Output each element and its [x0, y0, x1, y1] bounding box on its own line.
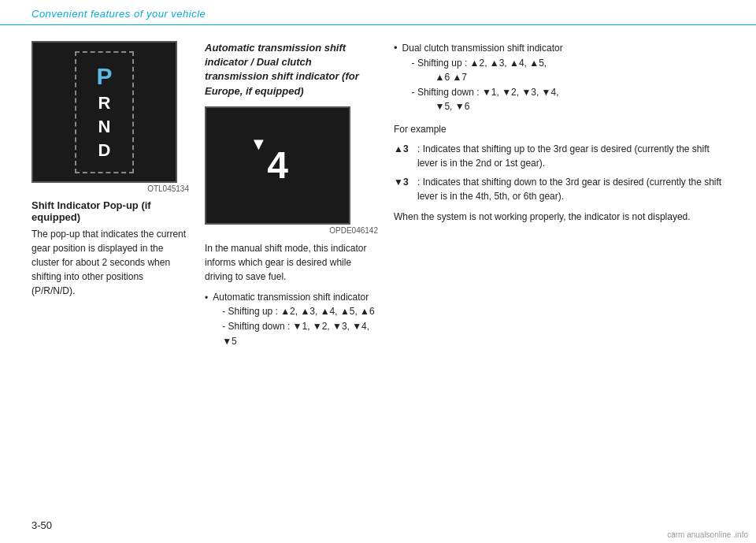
- for-example-label: For example: [394, 122, 724, 137]
- example-text-1: : Indicates that shifting up to the 3rd …: [417, 142, 724, 170]
- left-column: P R N D OTL045134 Shift Indicator Pop-up…: [32, 41, 189, 351]
- right-shifting-down: - Shifting down : ▼1, ▼2, ▼3, ▼4,: [412, 85, 563, 100]
- gear-indicator-inner: ▼ 4: [246, 130, 309, 201]
- dual-clutch-label: Dual clutch transmission shift indicator: [402, 41, 563, 56]
- gear-n: N: [98, 117, 111, 136]
- page-footer: 3-50: [32, 519, 52, 531]
- watermark: carm anualsonline .info: [667, 530, 748, 539]
- header-title: Convenient features of your vehicle: [32, 8, 206, 20]
- when-system-text: When the system is not working properly,…: [394, 210, 724, 225]
- gear-r: R: [98, 94, 111, 113]
- right-shifting-up-cont: ▲6 ▲7: [435, 70, 563, 85]
- example-row-2: ▼3 : Indicates that shifting down to the…: [394, 175, 724, 203]
- diagram-caption-mid: OPDE046142: [205, 226, 378, 235]
- right-column: • Dual clutch transmission shift indicat…: [394, 41, 724, 351]
- example-text-2: : Indicates that shifting down to the 3r…: [417, 175, 724, 203]
- page-number: 3-50: [32, 519, 52, 531]
- right-shifting-up: - Shifting up : ▲2, ▲3, ▲4, ▲5,: [412, 56, 563, 71]
- gear-number-display: 4: [267, 143, 288, 187]
- bullet-dot-right: •: [394, 42, 398, 54]
- for-example-section: For example ▲3 : Indicates that shifting…: [394, 122, 724, 203]
- shifting-down-1: - Shifting down : ▼1, ▼2, ▼3, ▼4, ▼5: [222, 319, 378, 349]
- down-arrow-icon: ▼: [250, 134, 268, 154]
- gear-diagram-image: P R N D: [32, 41, 177, 183]
- intro-text: In the manual shift mode, this indicator…: [205, 241, 378, 284]
- bullet1-label: Automatic transmission shift indicator: [213, 290, 378, 304]
- right-shifting-down-cont: ▼5, ▼6: [435, 99, 563, 114]
- bullet-auto-content: Automatic transmission shift indicator -…: [213, 290, 378, 350]
- example-row-1: ▲3 : Indicates that shifting up to the 3…: [394, 142, 724, 170]
- gear-diagram-inner: P R N D: [75, 51, 134, 173]
- shift-indicator-title: Shift Indicator Pop-up (if equipped): [32, 199, 189, 223]
- bullet-auto-transmission: • Automatic transmission shift indicator…: [205, 290, 378, 350]
- shift-indicator-text: The pop-up that indicates the current ge…: [32, 227, 189, 298]
- page-header: Convenient features of your vehicle: [0, 0, 756, 25]
- example-symbol-2: ▼3: [394, 175, 417, 189]
- section-title: Automatic transmission shift indicator /…: [205, 41, 378, 99]
- right-bullet-dual: • Dual clutch transmission shift indicat…: [394, 41, 724, 114]
- right-dual-content: Dual clutch transmission shift indicator…: [402, 41, 563, 114]
- bullet-dot-1: •: [205, 291, 208, 305]
- gear-indicator-image: ▼ 4: [205, 106, 350, 225]
- gear-d: D: [98, 141, 111, 160]
- example-symbol-1: ▲3: [394, 142, 417, 156]
- shifting-up-1: - Shifting up : ▲2, ▲3, ▲4, ▲5, ▲6: [222, 304, 378, 319]
- diagram-caption-left: OTL045134: [32, 184, 189, 193]
- middle-column: Automatic transmission shift indicator /…: [205, 41, 378, 351]
- gear-p: P: [96, 63, 112, 89]
- main-content: P R N D OTL045134 Shift Indicator Pop-up…: [0, 25, 756, 359]
